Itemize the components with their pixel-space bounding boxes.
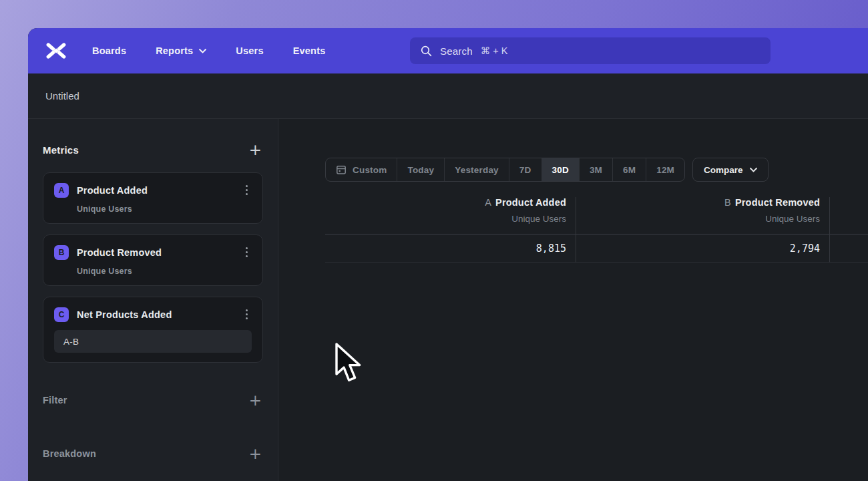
search-input[interactable]: Search ⌘ + K <box>410 37 771 64</box>
date-range-6m[interactable]: 6M <box>612 158 646 181</box>
nav-item-boards[interactable]: Boards <box>92 45 126 56</box>
column-letter: B <box>724 197 731 208</box>
date-range-30d-selected[interactable]: 30D <box>541 158 579 181</box>
filter-section-header: Filter + <box>43 392 263 408</box>
date-range-yesterday[interactable]: Yesterday <box>444 158 509 181</box>
app-window: Boards Reports Users Events Search ⌘ + K <box>28 28 868 481</box>
date-range-picker: Custom Today Yesterday 7D 30D 3M 6M 12M <box>325 158 685 182</box>
search-placeholder: Search <box>440 45 473 57</box>
date-range-label: Custom <box>353 165 387 175</box>
compare-label: Compare <box>704 165 743 175</box>
nav-item-reports[interactable]: Reports <box>156 45 206 56</box>
metric-name[interactable]: Product Removed <box>77 247 162 258</box>
metric-options-kebab-icon[interactable] <box>242 182 252 198</box>
column-letter: A <box>485 197 491 208</box>
top-nav: Boards Reports Users Events Search ⌘ + K <box>28 28 868 73</box>
query-sidebar: Metrics + A Product Added Unique Users B… <box>28 119 278 481</box>
metric-options-kebab-icon[interactable] <box>242 307 252 322</box>
nav-item-label: Users <box>236 45 263 56</box>
metric-card-c[interactable]: C Net Products Added A-B <box>43 297 263 363</box>
metric-measurement[interactable]: Unique Users <box>77 204 252 214</box>
nav-item-users[interactable]: Users <box>236 45 263 56</box>
metrics-title: Metrics <box>43 144 79 156</box>
chevron-down-icon <box>750 168 757 172</box>
report-header: Untitled <box>28 73 868 119</box>
metric-measurement[interactable]: Unique Users <box>77 267 252 276</box>
results-table: AProduct Added Unique Users BProduct Rem… <box>325 197 868 263</box>
breakdown-title: Breakdown <box>43 448 96 459</box>
table-value-a[interactable]: 8,815 <box>325 234 576 263</box>
column-title: Product Removed <box>735 197 820 208</box>
nav-item-label: Events <box>293 45 326 56</box>
mixpanel-logo-icon[interactable] <box>44 41 68 60</box>
metric-letter-badge: A <box>54 183 69 198</box>
metric-options-kebab-icon[interactable] <box>242 245 252 260</box>
nav-item-events[interactable]: Events <box>293 45 326 56</box>
metric-card-b[interactable]: B Product Removed Unique Users <box>43 234 263 286</box>
metric-name[interactable]: Net Products Added <box>77 309 172 320</box>
add-breakdown-button[interactable]: + <box>248 447 263 460</box>
metrics-section-header: Metrics + <box>43 142 263 158</box>
date-range-3m[interactable]: 3M <box>579 158 612 181</box>
results-pane: Custom Today Yesterday 7D 30D 3M 6M 12M … <box>278 119 868 481</box>
chevron-down-icon <box>199 49 206 53</box>
column-header-b[interactable]: BProduct Removed Unique Users <box>576 197 830 234</box>
metric-letter-badge: C <box>54 307 69 322</box>
column-header-a[interactable]: AProduct Added Unique Users <box>325 197 576 234</box>
search-shortcut: ⌘ + K <box>481 45 508 56</box>
add-filter-button[interactable]: + <box>248 393 263 407</box>
report-title[interactable]: Untitled <box>45 90 79 102</box>
calendar-icon <box>336 164 347 175</box>
date-range-today[interactable]: Today <box>397 158 444 181</box>
nav-item-label: Reports <box>156 45 193 56</box>
breakdown-section-header: Breakdown + <box>43 446 263 462</box>
metric-name[interactable]: Product Added <box>77 185 148 196</box>
table-value-b[interactable]: 2,794 <box>576 234 830 263</box>
table-value-overflow <box>830 234 868 263</box>
formula-input[interactable]: A-B <box>54 330 252 353</box>
compare-button[interactable]: Compare <box>692 158 769 182</box>
date-range-7d[interactable]: 7D <box>509 158 541 181</box>
date-range-12m[interactable]: 12M <box>646 158 684 181</box>
column-subtitle: Unique Users <box>325 214 566 224</box>
add-metric-button[interactable]: + <box>248 143 263 156</box>
column-subtitle: Unique Users <box>576 214 820 224</box>
mouse-cursor <box>331 342 364 386</box>
metric-card-a[interactable]: A Product Added Unique Users <box>43 172 263 224</box>
column-header-overflow <box>830 197 868 234</box>
search-icon <box>421 45 432 57</box>
column-title: Product Added <box>495 197 566 208</box>
date-range-custom[interactable]: Custom <box>326 158 397 181</box>
nav-item-label: Boards <box>92 45 126 56</box>
metric-letter-badge: B <box>54 245 69 260</box>
filter-title: Filter <box>43 395 67 406</box>
